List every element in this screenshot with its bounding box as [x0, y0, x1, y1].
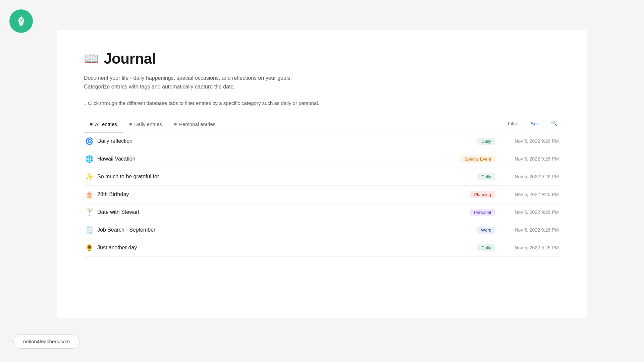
- entry-name: 28th Birthday: [97, 191, 470, 197]
- entry-name: So much to be grateful for: [97, 174, 477, 180]
- table-row[interactable]: 🎂 28th Birthday Planning Nov 5, 2022 9:2…: [84, 186, 560, 203]
- desc-line1: Document your life - daily happenings, s…: [84, 74, 560, 82]
- entry-date: Nov 5, 2022 9:26 PM: [502, 192, 559, 197]
- entry-date: Nov 5, 2022 9:26 PM: [502, 138, 559, 144]
- entry-date: Nov 5, 2022 9:26 PM: [502, 209, 559, 215]
- tabs-list: ≡ All entries ≡ Daily entries ≡ Personal…: [84, 118, 505, 132]
- logo-circle[interactable]: N: [9, 9, 33, 33]
- svg-text:N: N: [19, 18, 23, 23]
- main-content: 📖 Journal Document your life - daily hap…: [57, 30, 587, 318]
- entry-date: Nov 5, 2022 9:26 PM: [502, 227, 559, 233]
- entry-icon: 🌐: [85, 155, 97, 163]
- journal-page-icon: 📖: [84, 52, 99, 66]
- tab-icon-all: ≡: [90, 122, 93, 127]
- tabs-bar: ≡ All entries ≡ Daily entries ≡ Personal…: [84, 118, 560, 132]
- entry-name: Job Search - September: [97, 227, 477, 233]
- tab-daily[interactable]: ≡ Daily entries: [123, 118, 168, 132]
- entry-tag: Personal: [470, 209, 495, 216]
- table-row[interactable]: 🌐 Hawaii Vacation Special Event Nov 5, 2…: [84, 150, 560, 168]
- search-button[interactable]: 🔍: [548, 119, 560, 128]
- tabs-actions: Filter Sort 🔍: [505, 119, 560, 131]
- filter-button[interactable]: Filter: [505, 119, 522, 128]
- entry-date: Nov 5, 2022 9:26 PM: [502, 156, 559, 162]
- entry-name: Daily reflection: [97, 138, 477, 144]
- table-row[interactable]: 🗒️ Job Search - September Work Nov 5, 20…: [84, 221, 560, 239]
- tab-personal[interactable]: ≡ Personal entries: [168, 118, 222, 132]
- journal-hint: Click through the different database tab…: [84, 100, 560, 106]
- entry-date: Nov 5, 2022 9:26 PM: [502, 245, 559, 250]
- entry-tag: Daily: [477, 138, 495, 145]
- sort-button[interactable]: Sort: [528, 119, 542, 128]
- tab-all[interactable]: ≡ All entries: [84, 118, 123, 132]
- table-row[interactable]: 🌀 Daily reflection Daily Nov 5, 2022 9:2…: [84, 132, 560, 150]
- desc-line2: Categorize entries with tags and automat…: [84, 82, 560, 91]
- entry-icon: 🌻: [85, 244, 97, 252]
- table-row[interactable]: ✨ So much to be grateful for Daily Nov 5…: [84, 168, 560, 186]
- tab-icon-daily: ≡: [129, 122, 132, 127]
- entries-table: 🌀 Daily reflection Daily Nov 5, 2022 9:2…: [84, 132, 560, 257]
- search-icon: 🔍: [551, 120, 557, 126]
- tab-label-personal: Personal entries: [179, 121, 215, 127]
- tab-icon-personal: ≡: [174, 122, 177, 127]
- entry-icon: 🍸: [85, 208, 97, 216]
- entry-icon: 🎂: [85, 190, 97, 198]
- entry-name: Date with Stewart: [97, 209, 470, 215]
- table-row[interactable]: 🌻 Just another day Daily Nov 5, 2022 9:2…: [84, 239, 560, 257]
- entry-tag: Daily: [477, 173, 495, 180]
- entry-icon: ✨: [85, 173, 97, 181]
- entry-date: Nov 5, 2022 9:26 PM: [502, 174, 559, 179]
- sort-label: Sort: [530, 121, 540, 126]
- table-row[interactable]: 🍸 Date with Stewart Personal Nov 5, 2022…: [84, 203, 560, 221]
- entry-icon: 🌀: [85, 137, 97, 145]
- journal-description: Document your life - daily happenings, s…: [84, 74, 560, 91]
- tab-label-daily: Daily entries: [134, 121, 162, 127]
- filter-label: Filter: [508, 121, 519, 126]
- page-title: Journal: [104, 50, 156, 67]
- logo-icon: N: [14, 14, 29, 28]
- entry-name: Hawaii Vacation: [97, 156, 461, 162]
- entry-tag: Work: [477, 227, 495, 234]
- entry-tag: Special Event: [461, 156, 495, 163]
- footer-website[interactable]: notion4teachers.com: [13, 334, 79, 349]
- entry-tag: Planning: [470, 191, 495, 198]
- entry-icon: 🗒️: [85, 226, 97, 234]
- journal-header: 📖 Journal: [84, 50, 560, 67]
- entry-tag: Daily: [477, 244, 495, 251]
- entry-name: Just another day: [97, 245, 477, 251]
- tab-label-all: All entries: [95, 121, 117, 127]
- logo[interactable]: N: [9, 9, 33, 33]
